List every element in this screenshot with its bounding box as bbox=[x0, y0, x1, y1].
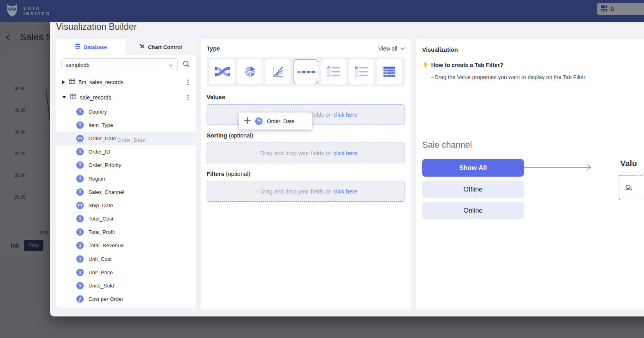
annotation-dashed-box: Gr bbox=[619, 175, 644, 200]
visualization-header: Visualization bbox=[422, 46, 458, 53]
chip-label: Order_Date bbox=[267, 118, 295, 124]
lightbulb-icon bbox=[422, 61, 429, 70]
text-field-icon: T bbox=[76, 121, 84, 129]
field-row[interactable]: 1 Unit_Cost bbox=[56, 252, 196, 266]
table-name: sale_records bbox=[80, 94, 183, 101]
field-row[interactable]: T Order_Priority bbox=[56, 159, 196, 172]
field-row[interactable]: 1 Total_Profit bbox=[56, 226, 196, 239]
field-label: Ship_Date bbox=[88, 202, 113, 208]
field-row[interactable]: T Region bbox=[56, 172, 196, 185]
tip-title: How to create a Tab Filter? bbox=[431, 62, 503, 68]
hand-pointer-icon: ☝ bbox=[254, 188, 258, 195]
number-field-icon: 1 bbox=[76, 269, 84, 276]
tab-database[interactable]: Database bbox=[56, 39, 126, 55]
dropzone-text: Drag and drop your fields or bbox=[260, 150, 331, 156]
table-icon bbox=[70, 94, 76, 101]
option-online[interactable]: Online bbox=[422, 202, 524, 219]
field-label: Order_Date bbox=[88, 136, 116, 141]
field-label: Region bbox=[88, 176, 105, 182]
field-row[interactable]: T Item_Type bbox=[56, 118, 196, 132]
filters-section-label: Filters (optional) bbox=[207, 170, 405, 177]
builder-panel: Type View all bbox=[201, 39, 411, 309]
visualization-panel: Visualization How to create a Tab Filter… bbox=[416, 39, 644, 309]
annotation-link[interactable]: Gr bbox=[626, 183, 632, 190]
click-here-link[interactable]: click here bbox=[333, 112, 357, 118]
type-table[interactable] bbox=[377, 59, 402, 84]
tab-database-label: Database bbox=[83, 44, 107, 50]
date-field-icon bbox=[76, 135, 84, 142]
type-checkbox-list[interactable] bbox=[349, 59, 374, 84]
number-field-icon: 1 bbox=[76, 215, 84, 222]
database-select-value: sampledb bbox=[66, 62, 169, 68]
tab-filter-icon: Tab bbox=[297, 70, 315, 73]
table-menu-icon[interactable] bbox=[186, 94, 190, 101]
number-field-icon: 1 bbox=[76, 228, 84, 236]
field-label: Order_Priority bbox=[88, 162, 121, 168]
table-name: 5m_sales_records bbox=[79, 79, 183, 85]
sankey-icon bbox=[215, 66, 230, 78]
field-label: Total_Revenue bbox=[88, 242, 124, 248]
caret-down-icon[interactable] bbox=[62, 96, 66, 99]
tab-chart-control[interactable]: Chart Control bbox=[126, 39, 196, 55]
dropzone-text: Drag and drop your fields or bbox=[260, 188, 331, 195]
field-row[interactable]: 1 Unit_Price bbox=[56, 266, 196, 279]
table-menu-icon[interactable] bbox=[186, 78, 190, 86]
sorting-dropzone[interactable]: ☝ Drag and drop your fields or click her… bbox=[207, 143, 405, 163]
search-icon[interactable] bbox=[183, 60, 190, 69]
chart-type-strip: Tab bbox=[207, 57, 405, 87]
visualization-builder-modal: Visualization Builder Database bbox=[50, 17, 644, 316]
function-field-icon: f bbox=[76, 295, 84, 303]
dashboard-nav-label: D bbox=[610, 6, 614, 12]
brand-logo[interactable]: DATA INSIDER bbox=[5, 2, 50, 20]
tools-icon bbox=[139, 43, 145, 51]
option-offline[interactable]: Offline bbox=[422, 181, 524, 198]
field-row[interactable]: 1 Units_Sold bbox=[56, 279, 196, 292]
type-line[interactable] bbox=[265, 59, 290, 84]
field-row[interactable]: Ship_Date bbox=[56, 199, 196, 212]
field-label: Total_Cost bbox=[88, 216, 113, 222]
field-label: Sales_Channel bbox=[88, 189, 124, 195]
field-row[interactable]: 1 Order_ID bbox=[56, 145, 196, 159]
number-field-icon: 1 bbox=[76, 148, 84, 155]
field-row[interactable]: f Cost per Order bbox=[56, 293, 196, 306]
radio-list-icon bbox=[327, 66, 341, 78]
dashboard-grid-icon bbox=[601, 5, 608, 13]
values-section-label: Values bbox=[207, 94, 405, 100]
database-select[interactable]: sampledb bbox=[61, 58, 178, 71]
date-field-icon bbox=[76, 202, 84, 209]
view-all-button[interactable]: View all bbox=[378, 45, 405, 52]
database-icon bbox=[75, 43, 81, 51]
table-icon bbox=[69, 78, 75, 86]
type-tab-filter[interactable]: Tab bbox=[293, 59, 318, 84]
dashboard-nav-button[interactable]: D bbox=[597, 3, 644, 15]
sorting-section-label: Sorting (optional) bbox=[207, 132, 405, 139]
line-chart-icon bbox=[272, 65, 284, 78]
tip-body: - Drag the Value properties you want to … bbox=[431, 74, 586, 80]
table-list-icon bbox=[383, 66, 396, 78]
owl-logo-icon bbox=[5, 2, 20, 20]
dragged-field-chip[interactable]: Order_Date bbox=[239, 112, 312, 130]
type-sankey[interactable] bbox=[210, 59, 235, 84]
field-label: Country bbox=[88, 109, 107, 115]
table-row-5m-sales-records[interactable]: 5m_sales_records bbox=[56, 74, 196, 90]
caret-right-icon[interactable] bbox=[62, 80, 65, 84]
filters-dropzone[interactable]: ☝ Drag and drop your fields or click her… bbox=[207, 181, 405, 202]
field-label: Unit_Cost bbox=[88, 256, 112, 262]
field-row[interactable]: 1 Total_Cost bbox=[56, 212, 196, 226]
tab-chart-control-label: Chart Control bbox=[148, 44, 182, 50]
field-row[interactable]: T Country bbox=[56, 105, 196, 118]
click-here-link[interactable]: click here bbox=[333, 188, 357, 195]
click-here-link[interactable]: click here bbox=[333, 150, 357, 156]
number-field-icon: 1 bbox=[76, 282, 84, 289]
field-label: Order_ID bbox=[88, 149, 110, 155]
table-row-sale-records[interactable]: sale_records bbox=[56, 90, 196, 105]
type-radio-list[interactable] bbox=[321, 59, 346, 84]
search-row: sampledb bbox=[56, 55, 196, 74]
type-pie[interactable] bbox=[237, 59, 263, 84]
chevron-down-icon bbox=[169, 62, 173, 68]
field-label: Units_Sold bbox=[88, 283, 114, 289]
type-section-label: Type bbox=[207, 45, 220, 52]
field-label: Cost per Order bbox=[88, 296, 123, 302]
field-row[interactable]: T Sales_Channel bbox=[56, 185, 196, 199]
field-row[interactable]: 1 Total_Revenue bbox=[56, 239, 196, 252]
